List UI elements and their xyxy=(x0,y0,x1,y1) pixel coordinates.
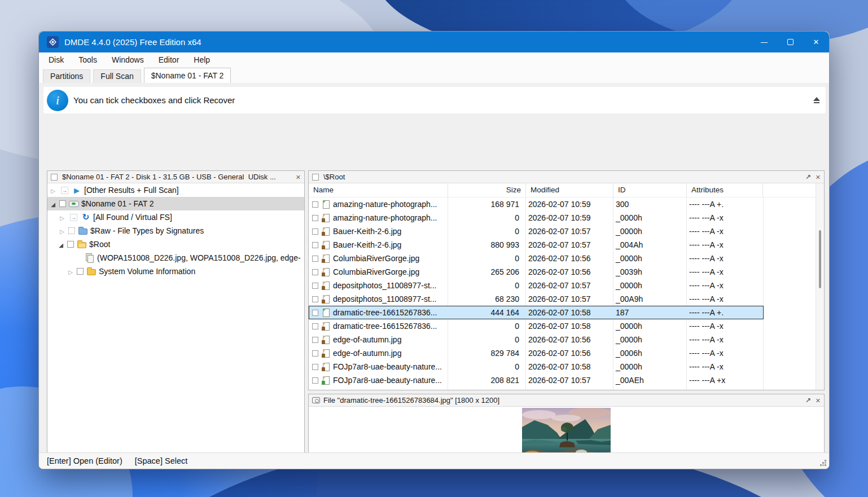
expand-arrow-icon[interactable] xyxy=(67,267,74,276)
close-button[interactable] xyxy=(803,32,829,52)
file-row-selected[interactable]: dramatic-tree-16615267836... 444 164 202… xyxy=(309,306,764,319)
row-checkbox[interactable] xyxy=(312,364,318,370)
file-row[interactable]: depositphotos_11008977-st... 0 2026-02-0… xyxy=(309,279,764,292)
vertical-scrollbar[interactable] xyxy=(816,183,824,390)
file-row[interactable]: amazing-nature-photograph... 0 2026-02-0… xyxy=(309,211,764,225)
menu-tools[interactable]: Tools xyxy=(71,52,104,68)
folder-checkbox[interactable] xyxy=(312,174,319,181)
tree-item-system-volume[interactable]: System Volume Information xyxy=(47,265,304,278)
file-row[interactable]: Bauer-Keith-2-6.jpg 880 993 2026-02-07 1… xyxy=(309,238,764,252)
partition-icon xyxy=(69,199,79,209)
row-checkbox[interactable] xyxy=(312,256,318,262)
checkbox[interactable] xyxy=(68,227,75,234)
tree-item-label: $Root xyxy=(89,240,110,249)
row-checkbox[interactable] xyxy=(312,269,318,275)
file-row[interactable]: edge-of-autumn.jpg 829 784 2026-02-07 10… xyxy=(309,346,764,360)
row-checkbox[interactable] xyxy=(312,242,318,248)
column-id[interactable]: ID xyxy=(613,183,687,197)
file-icon-deleted xyxy=(321,254,331,263)
tree-item-label: $Noname 01 - FAT 2 xyxy=(81,199,154,208)
file-modified: 2026-02-07 10:57 xyxy=(524,281,611,290)
app-logo-icon xyxy=(47,36,59,48)
row-checkbox[interactable] xyxy=(312,377,318,384)
menu-editor[interactable]: Editor xyxy=(151,52,187,68)
row-checkbox[interactable] xyxy=(312,201,318,208)
file-row[interactable]: amazing-nature-photograph... 168 971 202… xyxy=(309,197,764,211)
tab-full-scan[interactable]: Full Scan xyxy=(93,69,141,83)
expand-arrow-icon[interactable] xyxy=(58,226,66,235)
file-modified: 2026-02-07 10:57 xyxy=(524,240,611,249)
close-panel-icon[interactable] xyxy=(816,173,821,181)
dmde-window: DMDE 4.4.0 (2025) Free Edition x64 Disk … xyxy=(38,31,830,469)
tree-item-noname-fat2[interactable]: $Noname 01 - FAT 2 xyxy=(47,197,304,210)
checkbox[interactable] xyxy=(77,268,84,275)
float-panel-icon[interactable] xyxy=(805,173,811,181)
row-checkbox[interactable] xyxy=(312,215,318,221)
file-row[interactable]: FOJp7ar8-uae-beauty-nature... 0 2026-02-… xyxy=(309,360,764,373)
file-attributes: ---- ---A -x xyxy=(685,322,761,331)
file-row[interactable]: FOJp7ar8-uae-beauty-nature... 208 821 20… xyxy=(309,373,764,387)
file-attributes: ---- ---A +. xyxy=(685,200,761,209)
menu-windows[interactable]: Windows xyxy=(104,52,151,68)
tree-item-raw[interactable]: $Raw - File Types by Signatures xyxy=(47,224,304,237)
column-size[interactable]: Size xyxy=(448,183,526,197)
file-row[interactable]: dramatic-tree-16615267836... 0 2026-02-0… xyxy=(309,319,764,333)
row-checkbox[interactable] xyxy=(312,323,318,329)
float-panel-icon[interactable] xyxy=(805,397,811,404)
checkbox[interactable] xyxy=(59,200,66,207)
resize-grip[interactable] xyxy=(819,459,827,467)
file-id: _0000h xyxy=(611,322,685,331)
tree-item-file-group[interactable]: (WOPA151008_D226.jpg, WOPA151008_D226.jp… xyxy=(47,251,304,265)
file-icon-deleted-recoverable xyxy=(321,376,331,385)
row-checkbox[interactable] xyxy=(312,283,318,289)
row-checkbox[interactable] xyxy=(312,337,318,343)
file-row[interactable]: edge-of-autumn.jpg 0 2026-02-07 10:56 _0… xyxy=(309,333,764,346)
collapse-arrow-icon[interactable] xyxy=(813,95,820,105)
tab-noname-fat2[interactable]: $Noname 01 - FAT 2 xyxy=(144,68,231,83)
info-bar: You can tick checkboxes and click Recove… xyxy=(43,87,826,113)
row-checkbox[interactable] xyxy=(312,296,318,302)
column-modified[interactable]: Modified xyxy=(526,183,613,197)
title-bar[interactable]: DMDE 4.4.0 (2025) Free Edition x64 xyxy=(39,32,829,52)
row-checkbox[interactable] xyxy=(312,350,318,357)
file-row[interactable]: depositphotos_11008977-st... 68 230 2026… xyxy=(309,292,764,306)
file-icon-deleted xyxy=(321,295,331,304)
tab-partitions[interactable]: Partitions xyxy=(43,69,90,83)
file-row[interactable]: ColumbiaRiverGorge.jpg 0 2026-02-07 10:5… xyxy=(309,252,764,265)
row-checkbox[interactable] xyxy=(312,310,318,316)
tree-item-other-results[interactable]: [Other Results + Full Scan] xyxy=(47,183,304,197)
device-checkbox[interactable] xyxy=(51,174,58,181)
file-icon-found xyxy=(321,200,331,209)
file-row[interactable]: Bauer-Keith-2-6.jpg 0 2026-02-07 10:57 _… xyxy=(309,225,764,238)
minimize-button[interactable] xyxy=(751,32,777,52)
column-attributes[interactable]: Attributes xyxy=(687,183,763,197)
menu-disk[interactable]: Disk xyxy=(41,52,71,68)
close-panel-icon[interactable] xyxy=(816,397,821,404)
file-modified: 2026-02-07 10:57 xyxy=(524,294,611,304)
file-id: _0006h xyxy=(611,349,685,358)
row-checkbox[interactable] xyxy=(312,228,318,235)
tree-item-all-found[interactable]: [All Found / Virtual FS] xyxy=(47,210,304,224)
collapse-arrow-icon[interactable] xyxy=(57,240,65,249)
file-icon-deleted xyxy=(321,268,331,276)
expand-arrow-icon[interactable] xyxy=(58,213,66,222)
tree-item-root[interactable]: $Root xyxy=(47,237,304,251)
file-name: Bauer-Keith-2-6.jpg xyxy=(333,240,449,249)
tree-close-icon[interactable] xyxy=(296,173,301,181)
maximize-button[interactable] xyxy=(777,32,803,52)
preview-icon xyxy=(312,397,320,403)
column-name[interactable]: Name xyxy=(309,183,448,197)
goto-icon xyxy=(68,212,78,222)
vertical-scrollbar-thumb[interactable] xyxy=(819,230,821,288)
file-name: amazing-nature-photograph... xyxy=(333,213,449,222)
menu-help[interactable]: Help xyxy=(186,52,217,68)
expand-arrow-icon[interactable] xyxy=(49,186,57,195)
file-attributes: ---- ---A -x xyxy=(685,349,761,358)
collapse-arrow-icon[interactable] xyxy=(49,199,57,208)
file-row[interactable]: ColumbiaRiverGorge.jpg 265 206 2026-02-0… xyxy=(309,265,764,279)
tab-bar: Partitions Full Scan $Noname 01 - FAT 2 xyxy=(39,68,829,83)
file-attributes: ---- ---A +x xyxy=(685,376,761,385)
file-size: 444 164 xyxy=(449,308,524,317)
tree-panel-title: $Noname 01 - FAT 2 - Disk 1 - 31.5 GB - … xyxy=(62,173,276,181)
checkbox[interactable] xyxy=(67,241,74,248)
